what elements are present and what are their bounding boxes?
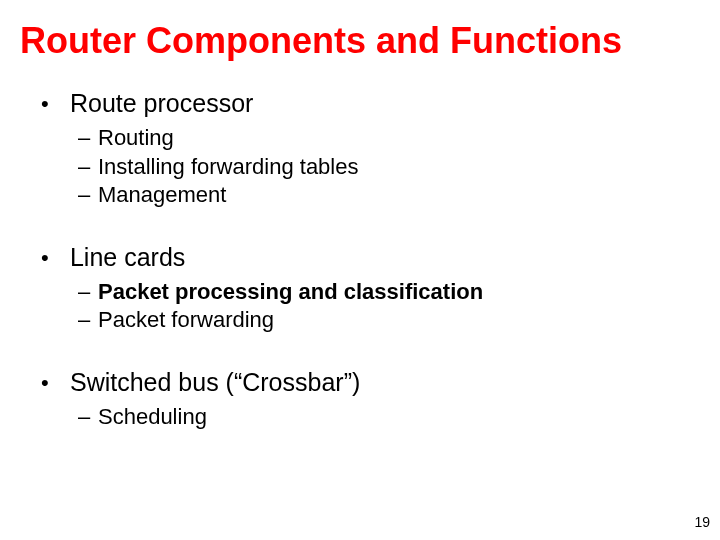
page-number: 19 xyxy=(694,514,710,530)
sub-item: Packet forwarding xyxy=(78,306,720,334)
sub-item: Packet processing and classification xyxy=(78,278,720,306)
sub-label: Packet forwarding xyxy=(98,307,274,332)
sub-label: Packet processing and classification xyxy=(98,279,483,304)
bullet-label: Line cards xyxy=(70,243,185,271)
sub-label: Installing forwarding tables xyxy=(98,154,358,179)
bullet-list: Route processor Routing Installing forwa… xyxy=(44,89,720,431)
sub-label: Management xyxy=(98,182,226,207)
bullet-label: Switched bus (“Crossbar”) xyxy=(70,368,360,396)
sub-list: Scheduling xyxy=(78,403,720,431)
slide-title: Router Components and Functions xyxy=(20,20,720,61)
sub-list: Routing Installing forwarding tables Man… xyxy=(78,124,720,208)
sub-list: Packet processing and classification Pac… xyxy=(78,278,720,334)
bullet-item-switched-bus: Switched bus (“Crossbar”) Scheduling xyxy=(44,368,720,431)
sub-item: Routing xyxy=(78,124,720,152)
sub-item: Management xyxy=(78,181,720,209)
sub-item: Installing forwarding tables xyxy=(78,153,720,181)
sub-label: Scheduling xyxy=(98,404,207,429)
slide: Router Components and Functions Route pr… xyxy=(0,0,720,540)
bullet-item-route-processor: Route processor Routing Installing forwa… xyxy=(44,89,720,208)
bullet-item-line-cards: Line cards Packet processing and classif… xyxy=(44,243,720,334)
bullet-label: Route processor xyxy=(70,89,253,117)
sub-label: Routing xyxy=(98,125,174,150)
sub-item: Scheduling xyxy=(78,403,720,431)
